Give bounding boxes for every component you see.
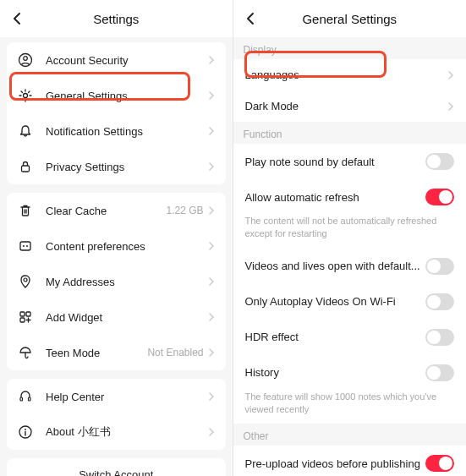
row-label: About 小红书 bbox=[46, 424, 209, 440]
row-label: Dark Mode bbox=[245, 100, 448, 112]
row-account-security[interactable]: Account Security bbox=[7, 42, 226, 78]
general-settings-list: Display Languages Dark Mode Function Pla… bbox=[233, 37, 467, 476]
row-automatic-refresh[interactable]: Allow automatic refresh bbox=[233, 179, 467, 215]
row-label: Languages bbox=[245, 68, 448, 81]
row-label: Teen Mode bbox=[46, 347, 147, 359]
toggle[interactable] bbox=[425, 189, 454, 205]
settings-group: Account Security General Settings Notifi… bbox=[7, 42, 226, 184]
chevron-right-icon bbox=[209, 90, 216, 101]
row-label: Allow automatic refresh bbox=[245, 191, 426, 204]
page-title: General Settings bbox=[302, 12, 397, 26]
row-label: Privacy Settings bbox=[46, 161, 209, 173]
toggle[interactable] bbox=[425, 153, 454, 170]
row-label: Play note sound by default bbox=[245, 156, 426, 168]
row-label: Only Autoplay Videos On Wi-Fi bbox=[245, 295, 426, 308]
row-teen-mode[interactable]: Teen Mode Not Enabled bbox=[7, 335, 226, 370]
row-desc: The feature will show 1000 notes which y… bbox=[233, 391, 467, 424]
chevron-right-icon bbox=[209, 161, 216, 172]
row-autoplay-wifi[interactable]: Only Autoplay Videos On Wi-Fi bbox=[233, 284, 467, 320]
toggle[interactable] bbox=[425, 293, 454, 310]
row-privacy-settings[interactable]: Privacy Settings bbox=[7, 149, 226, 184]
pin-icon bbox=[17, 273, 34, 290]
row-label: Content preferences bbox=[46, 240, 209, 253]
svg-point-7 bbox=[24, 278, 27, 282]
chevron-right-icon bbox=[209, 276, 216, 287]
settings-group: Clear Cache 1.22 GB Content preferences … bbox=[7, 193, 226, 370]
widget-icon bbox=[17, 309, 34, 326]
chevron-right-icon bbox=[447, 70, 454, 80]
row-label: Account Security bbox=[46, 54, 209, 67]
svg-point-1 bbox=[24, 57, 28, 61]
row-label: History bbox=[245, 366, 426, 379]
svg-point-6 bbox=[26, 245, 28, 247]
row-label: Clear Cache bbox=[46, 205, 166, 217]
svg-point-5 bbox=[23, 245, 25, 247]
row-history[interactable]: History bbox=[233, 355, 467, 391]
row-label: HDR effect bbox=[245, 331, 426, 343]
back-button[interactable] bbox=[242, 10, 259, 27]
section-function: Play note sound by default Allow automat… bbox=[233, 144, 467, 424]
row-clear-cache[interactable]: Clear Cache 1.22 GB bbox=[7, 193, 226, 228]
row-pre-upload[interactable]: Pre-upload videos before publishing bbox=[233, 446, 467, 476]
row-my-addresses[interactable]: My Addresses bbox=[7, 264, 226, 299]
section-title-other: Other bbox=[233, 424, 467, 446]
row-label: Videos and lives open with default... bbox=[245, 260, 426, 272]
svg-rect-8 bbox=[20, 312, 25, 316]
row-notification-settings[interactable]: Notification Settings bbox=[7, 113, 226, 149]
svg-rect-9 bbox=[26, 312, 30, 316]
svg-rect-11 bbox=[20, 397, 23, 401]
settings-screen: Settings Account Security General Settin… bbox=[0, 0, 233, 476]
toggle[interactable] bbox=[425, 455, 454, 472]
row-label: Pre-upload videos before publishing bbox=[245, 457, 426, 470]
row-hdr-effect[interactable]: HDR effect bbox=[233, 320, 467, 355]
toggle[interactable] bbox=[425, 329, 454, 346]
svg-point-2 bbox=[24, 94, 28, 98]
row-content-preferences[interactable]: Content preferences bbox=[7, 228, 226, 264]
row-dark-mode[interactable]: Dark Mode bbox=[233, 90, 467, 122]
chevron-left-icon bbox=[245, 12, 255, 25]
header: Settings bbox=[0, 0, 233, 37]
row-videos-default[interactable]: Videos and lives open with default... bbox=[233, 249, 467, 284]
toggle[interactable] bbox=[425, 364, 454, 381]
section-title-display: Display bbox=[233, 37, 467, 59]
row-label: Help Center bbox=[46, 391, 209, 403]
toggle[interactable] bbox=[425, 258, 454, 275]
info-icon bbox=[17, 424, 34, 440]
gear-icon bbox=[17, 87, 34, 104]
bell-icon bbox=[17, 123, 34, 140]
row-label: Add Widget bbox=[46, 311, 209, 324]
row-label: Notification Settings bbox=[46, 125, 209, 138]
svg-point-14 bbox=[25, 429, 26, 430]
row-value: 1.22 GB bbox=[166, 205, 203, 216]
page-title: Settings bbox=[93, 12, 139, 26]
section-other: Pre-upload videos before publishing Redu… bbox=[233, 446, 467, 476]
row-languages[interactable]: Languages bbox=[233, 59, 467, 90]
section-title-function: Function bbox=[233, 122, 467, 144]
svg-rect-10 bbox=[20, 318, 25, 322]
chevron-right-icon bbox=[209, 347, 216, 358]
settings-group: Help Center About 小红书 bbox=[7, 379, 226, 450]
row-help-center[interactable]: Help Center bbox=[7, 379, 226, 414]
chevron-right-icon bbox=[209, 241, 216, 251]
back-button[interactable] bbox=[8, 10, 25, 27]
row-play-note-sound[interactable]: Play note sound by default bbox=[233, 144, 467, 179]
row-about[interactable]: About 小红书 bbox=[7, 414, 226, 450]
shield-icon bbox=[17, 52, 34, 68]
preferences-icon bbox=[17, 238, 34, 254]
row-general-settings[interactable]: General Settings bbox=[7, 78, 226, 113]
chevron-right-icon bbox=[209, 427, 216, 437]
chevron-right-icon bbox=[209, 391, 216, 402]
lock-icon bbox=[17, 158, 34, 175]
svg-rect-3 bbox=[22, 166, 30, 172]
row-add-widget[interactable]: Add Widget bbox=[7, 299, 226, 335]
bottom-actions: Switch Account Log Out bbox=[7, 458, 226, 476]
umbrella-icon bbox=[17, 344, 34, 361]
chevron-right-icon bbox=[447, 101, 454, 112]
row-label: General Settings bbox=[46, 90, 209, 102]
headset-icon bbox=[17, 388, 34, 405]
header: General Settings bbox=[233, 0, 467, 37]
row-label: My Addresses bbox=[46, 276, 209, 288]
switch-account-button[interactable]: Switch Account bbox=[7, 458, 226, 476]
row-desc: The content will not be automatically re… bbox=[233, 215, 467, 249]
general-settings-screen: General Settings Display Languages Dark … bbox=[233, 0, 467, 476]
